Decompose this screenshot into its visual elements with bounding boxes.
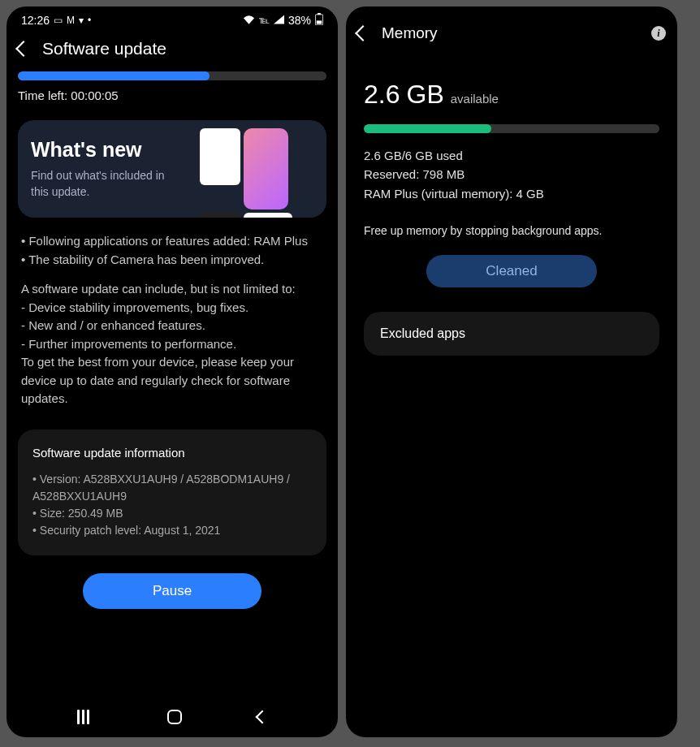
info-card-title: Software update information [32, 446, 312, 460]
shield-icon: ▾ [79, 15, 84, 26]
svg-rect-2 [317, 20, 322, 24]
memory-used: 2.6 GB/6 GB used [364, 146, 659, 165]
time-left: Time left: 00:00:05 [18, 89, 326, 102]
page-title: Software update [42, 39, 166, 58]
software-update-screen: 12:26 ▭ M ▾ • ℡ 38% Software update [6, 6, 338, 737]
progress-fill [18, 71, 210, 80]
changelog: • Following applications or features add… [18, 224, 326, 430]
more-icon: • [88, 15, 91, 26]
memory-suffix: available [451, 92, 499, 106]
download-progress [18, 71, 326, 80]
back-icon[interactable] [355, 25, 371, 41]
info-version: • Version: A528BXXU1AUH9 / A528BODM1AUH9… [32, 471, 312, 505]
status-bar: 12:26 ▭ M ▾ • ℡ 38% [6, 6, 338, 31]
memory-tip: Free up memory by stopping background ap… [364, 224, 659, 237]
content-scroll[interactable]: Time left: 00:00:05 What's new Find out … [6, 71, 338, 698]
gmail-icon: M [67, 15, 75, 26]
back-icon[interactable] [15, 41, 32, 57]
memory-progress [364, 124, 659, 133]
excluded-apps-row[interactable]: Excluded apps [364, 312, 659, 356]
update-info-card: Software update information • Version: A… [18, 430, 326, 555]
whats-new-card[interactable]: What's new Find out what's included in t… [18, 120, 326, 218]
memory-headline: 2.6 GB available [364, 80, 659, 110]
header: Memory i [346, 6, 677, 55]
memory-ramplus: RAM Plus (virtual memory): 4 GB [364, 184, 659, 203]
devices-graphic [200, 128, 322, 209]
memory-screen: Memory i 2.6 GB available 2.6 GB/6 GB us… [346, 6, 677, 737]
status-time: 12:26 [21, 14, 50, 27]
memory-details: 2.6 GB/6 GB used Reserved: 798 MB RAM Pl… [364, 146, 659, 203]
battery-percent: 38% [288, 14, 311, 27]
whats-new-subtitle: Find out what's included in this update. [31, 168, 177, 200]
info-size: • Size: 250.49 MB [32, 505, 312, 522]
page-title: Memory [382, 24, 438, 42]
progress-fill [364, 124, 491, 133]
cleaned-button[interactable]: Cleaned [426, 255, 597, 287]
battery-icon [315, 13, 323, 28]
volte-icon: ℡ [259, 15, 270, 26]
header: Software update [6, 31, 338, 71]
nav-bar [6, 698, 338, 737]
content: 2.6 GB available 2.6 GB/6 GB used Reserv… [346, 55, 677, 356]
excluded-apps-label: Excluded apps [380, 326, 465, 340]
nav-home-icon[interactable] [167, 710, 182, 724]
memory-reserved: Reserved: 798 MB [364, 165, 659, 184]
signal-icon [274, 15, 284, 27]
memory-unit: GB [406, 80, 443, 110]
wifi-icon [243, 15, 255, 27]
memory-value: 2.6 [364, 80, 400, 110]
pause-button[interactable]: Pause [83, 573, 261, 609]
info-patch: • Security patch level: August 1, 2021 [32, 522, 312, 539]
info-icon[interactable]: i [651, 26, 666, 41]
nav-back-icon[interactable] [256, 710, 270, 724]
notification-icon: ▭ [54, 15, 63, 26]
nav-recents-icon[interactable] [77, 710, 92, 724]
